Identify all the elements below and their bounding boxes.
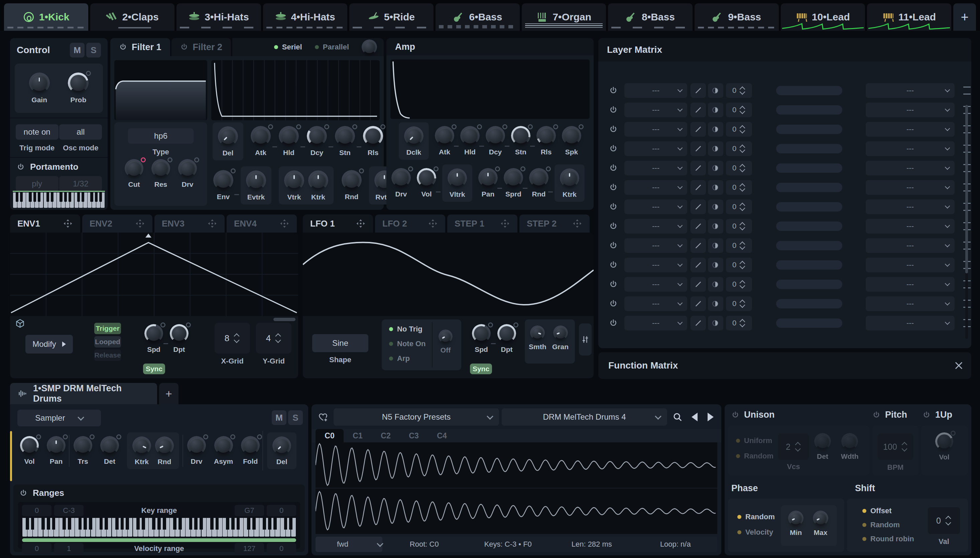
sampler-knob[interactable]: Fold [241, 436, 260, 465]
curve-mode-icon[interactable] [708, 83, 723, 98]
key-low[interactable]: C-3 [54, 505, 84, 516]
amp-env-knob[interactable]: Dclk [399, 122, 429, 160]
porta-mode-select[interactable]: ply [16, 176, 59, 192]
sampler-knob[interactable]: Asym [214, 436, 233, 465]
curve-mode-icon[interactable] [708, 161, 723, 176]
solo-button[interactable]: S [86, 43, 101, 57]
track-tab[interactable]: 1•Kick [4, 3, 88, 31]
matrix-amount-stepper[interactable]: 0 [726, 296, 752, 311]
unison-mode-radio[interactable]: Random [736, 452, 773, 460]
sampler-knob[interactable]: Rnd [153, 432, 179, 469]
matrix-amount-stepper[interactable]: 0 [726, 141, 752, 156]
matrix-amount-stepper[interactable]: 0 [726, 316, 752, 330]
matrix-dest-select[interactable]: --- [866, 83, 955, 98]
filter-mod-knob[interactable]: Env [213, 170, 233, 201]
slope-mode-icon[interactable] [691, 83, 706, 98]
phase-mode-radio[interactable]: Random [737, 512, 775, 521]
matrix-source-select[interactable]: --- [624, 296, 687, 311]
slope-mode-icon[interactable] [691, 161, 706, 176]
lfo-tab[interactable]: LFO 1 [303, 215, 373, 233]
filter-response-display[interactable] [114, 60, 207, 120]
matrix-amount-slider[interactable] [776, 318, 842, 328]
sampler-knob[interactable]: Del [267, 432, 297, 469]
row-power-icon[interactable] [609, 222, 618, 231]
favorite-button[interactable] [315, 408, 331, 426]
amp-env-knob[interactable]: Rls [537, 126, 556, 156]
preset-cube-icon[interactable] [15, 319, 25, 328]
track-tab[interactable]: 2•Claps [90, 3, 174, 31]
lfo-shape-select[interactable]: Sine [312, 334, 368, 352]
matrix-amount-slider[interactable] [776, 202, 842, 212]
assign-move-icon[interactable] [63, 218, 73, 228]
matrix-amount-slider[interactable] [776, 280, 842, 289]
preset-bank-select[interactable]: N5 Factory Presets [333, 408, 499, 426]
lfo-trigger-radio[interactable]: No Trig [389, 325, 426, 333]
modify-button[interactable]: Modify [25, 335, 73, 353]
curve-mode-icon[interactable] [708, 180, 723, 195]
assign-move-icon[interactable] [428, 218, 438, 228]
matrix-source-select[interactable]: --- [624, 238, 687, 253]
amp-out-knob[interactable]: Rnd [529, 168, 548, 198]
matrix-source-select[interactable]: --- [624, 316, 687, 330]
filter-routing-radio[interactable]: Parallel [315, 43, 349, 51]
filter-knob[interactable]: Res [151, 159, 170, 189]
matrix-source-select[interactable]: --- [624, 141, 687, 156]
porta-speed-select[interactable]: 1/32 [59, 176, 102, 192]
matrix-source-select[interactable]: --- [624, 277, 687, 292]
sample-key-tab[interactable]: C2 [372, 429, 400, 442]
layer-solo-button[interactable]: S [288, 410, 303, 425]
filter-env-knob[interactable]: Atk [251, 126, 271, 157]
sample-key-tab[interactable]: C3 [400, 429, 428, 442]
slope-mode-icon[interactable] [691, 258, 706, 272]
env-tab[interactable]: ENV4 [227, 215, 297, 233]
amp-out-knob[interactable]: Vol [417, 168, 436, 198]
key-high[interactable]: G7 [235, 505, 264, 516]
curve-mode-icon[interactable] [708, 277, 723, 292]
filter-env-knob[interactable]: Dcy [307, 126, 327, 157]
lfo-tab[interactable]: LFO 2 [375, 215, 445, 233]
row-drag-handle-icon[interactable] [963, 87, 971, 95]
lfo-speed-knob[interactable]: Spd [472, 324, 491, 353]
slope-mode-icon[interactable] [691, 103, 706, 117]
curve-mode-icon[interactable] [708, 122, 723, 137]
vel-fade-low[interactable]: 0 [22, 543, 51, 554]
curve-mode-icon[interactable] [708, 238, 723, 253]
env-tab[interactable]: ENV1 [10, 215, 80, 233]
bpm-stepper[interactable]: 100 [878, 434, 913, 460]
assign-move-icon[interactable] [572, 218, 582, 228]
lfo-tab[interactable]: STEP 2 [519, 215, 589, 233]
row-power-icon[interactable] [609, 241, 618, 250]
shift-value-stepper[interactable]: 0 [928, 507, 960, 534]
sample-key-tab[interactable]: C1 [344, 429, 372, 442]
matrix-amount-slider[interactable] [776, 105, 842, 115]
portamento-power-icon[interactable] [17, 163, 25, 171]
sampler-knob[interactable]: Trs [74, 436, 92, 465]
matrix-amount-stepper[interactable]: 0 [726, 180, 752, 195]
lfo-mixer-button[interactable] [579, 323, 592, 356]
matrix-amount-stepper[interactable]: 0 [726, 219, 752, 233]
mini-keyboard[interactable] [13, 192, 105, 208]
expand-collapse-icon[interactable] [956, 360, 961, 371]
amp-out-knob[interactable]: Sprd [504, 168, 523, 198]
sampler-knob[interactable]: Det [100, 436, 119, 465]
row-power-icon[interactable] [609, 106, 618, 114]
filter-routing-radio[interactable]: Seriel [274, 43, 302, 51]
filter2-power-icon[interactable] [180, 43, 188, 51]
shift-mode-radio[interactable]: Random [862, 520, 914, 529]
env-depth-knob[interactable]: Dpt [170, 324, 189, 353]
shift-mode-radio[interactable]: Round robin [862, 535, 914, 543]
vel-high[interactable]: 127 [235, 543, 264, 554]
row-power-icon[interactable] [609, 202, 618, 211]
amp-out-knob[interactable]: Drv [391, 168, 411, 198]
amp-out-knob[interactable]: Ktrk [555, 164, 584, 202]
matrix-dest-select[interactable]: --- [866, 238, 955, 253]
amp-env-knob[interactable]: Dcy [486, 126, 505, 156]
lfo-trigger-radio[interactable]: Note On [389, 340, 426, 348]
row-power-icon[interactable] [609, 86, 618, 95]
shift-mode-radio[interactable]: Offset [862, 507, 914, 515]
env-mode-toggle[interactable]: Trigger [94, 323, 121, 334]
matrix-amount-slider[interactable] [776, 144, 842, 153]
velocity-range-bar[interactable] [22, 538, 296, 542]
sample-key-tab[interactable]: C4 [428, 429, 456, 442]
matrix-amount-stepper[interactable]: 0 [726, 161, 752, 176]
